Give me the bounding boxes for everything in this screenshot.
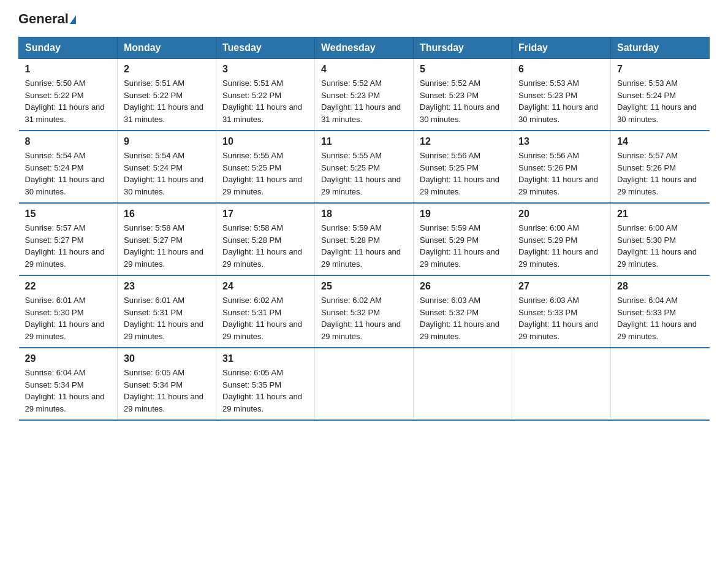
day-number: 13 — [518, 136, 604, 147]
day-of-week-header: Thursday — [414, 37, 512, 59]
day-number: 11 — [321, 136, 407, 147]
day-number: 1 — [25, 64, 112, 75]
day-info: Sunrise: 6:05 AMSunset: 5:35 PMDaylight:… — [222, 367, 308, 415]
day-info: Sunrise: 5:59 AMSunset: 5:28 PMDaylight:… — [321, 222, 407, 270]
day-number: 26 — [420, 281, 506, 292]
day-of-week-header: Friday — [512, 37, 611, 59]
day-number: 23 — [124, 281, 210, 292]
calendar-day-cell: 30 Sunrise: 6:05 AMSunset: 5:34 PMDaylig… — [118, 348, 216, 420]
calendar-day-cell: 23 Sunrise: 6:01 AMSunset: 5:31 PMDaylig… — [118, 275, 216, 348]
day-number: 18 — [321, 209, 407, 220]
day-info: Sunrise: 5:55 AMSunset: 5:25 PMDaylight:… — [321, 150, 407, 197]
day-number: 27 — [518, 281, 604, 292]
calendar-day-cell: 21 Sunrise: 6:00 AMSunset: 5:30 PMDaylig… — [611, 203, 710, 275]
day-number: 4 — [321, 64, 407, 75]
calendar-day-cell: 20 Sunrise: 6:00 AMSunset: 5:29 PMDaylig… — [512, 203, 611, 275]
day-of-week-header: Tuesday — [216, 37, 315, 59]
day-of-week-header: Wednesday — [315, 37, 414, 59]
calendar-week-row: 8 Sunrise: 5:54 AMSunset: 5:24 PMDayligh… — [19, 131, 710, 203]
day-info: Sunrise: 5:55 AMSunset: 5:25 PMDaylight:… — [222, 150, 308, 197]
calendar-day-cell: 11 Sunrise: 5:55 AMSunset: 5:25 PMDaylig… — [315, 131, 414, 203]
calendar-day-cell: 26 Sunrise: 6:03 AMSunset: 5:32 PMDaylig… — [414, 275, 512, 348]
calendar-day-cell: 7 Sunrise: 5:53 AMSunset: 5:24 PMDayligh… — [611, 59, 710, 131]
calendar-week-row: 29 Sunrise: 6:04 AMSunset: 5:34 PMDaylig… — [19, 348, 710, 420]
calendar-day-cell: 5 Sunrise: 5:52 AMSunset: 5:23 PMDayligh… — [414, 59, 512, 131]
day-info: Sunrise: 6:03 AMSunset: 5:33 PMDaylight:… — [518, 294, 604, 342]
calendar-day-cell: 29 Sunrise: 6:04 AMSunset: 5:34 PMDaylig… — [19, 348, 118, 420]
day-info: Sunrise: 5:54 AMSunset: 5:24 PMDaylight:… — [124, 150, 210, 197]
day-number: 16 — [124, 209, 210, 220]
calendar-day-cell: 19 Sunrise: 5:59 AMSunset: 5:29 PMDaylig… — [414, 203, 512, 275]
day-info: Sunrise: 5:50 AMSunset: 5:22 PMDaylight:… — [25, 77, 112, 125]
calendar-day-cell: 4 Sunrise: 5:52 AMSunset: 5:23 PMDayligh… — [315, 59, 414, 131]
day-number: 30 — [124, 353, 210, 364]
day-info: Sunrise: 5:57 AMSunset: 5:26 PMDaylight:… — [617, 150, 703, 197]
calendar-day-cell: 27 Sunrise: 6:03 AMSunset: 5:33 PMDaylig… — [512, 275, 611, 348]
calendar-day-cell: 1 Sunrise: 5:50 AMSunset: 5:22 PMDayligh… — [19, 59, 118, 131]
day-number: 2 — [124, 64, 210, 75]
day-info: Sunrise: 6:01 AMSunset: 5:31 PMDaylight:… — [124, 294, 210, 342]
day-info: Sunrise: 6:01 AMSunset: 5:30 PMDaylight:… — [25, 294, 112, 342]
calendar-day-cell: 12 Sunrise: 5:56 AMSunset: 5:25 PMDaylig… — [414, 131, 512, 203]
day-info: Sunrise: 5:53 AMSunset: 5:23 PMDaylight:… — [518, 77, 604, 125]
day-info: Sunrise: 5:58 AMSunset: 5:27 PMDaylight:… — [124, 222, 210, 270]
calendar-week-row: 22 Sunrise: 6:01 AMSunset: 5:30 PMDaylig… — [19, 275, 710, 348]
calendar-day-cell: 22 Sunrise: 6:01 AMSunset: 5:30 PMDaylig… — [19, 275, 118, 348]
day-number: 5 — [420, 64, 506, 75]
day-of-week-header: Monday — [118, 37, 216, 59]
calendar-day-cell: 18 Sunrise: 5:59 AMSunset: 5:28 PMDaylig… — [315, 203, 414, 275]
calendar-day-cell: 8 Sunrise: 5:54 AMSunset: 5:24 PMDayligh… — [19, 131, 118, 203]
calendar-header-row: SundayMondayTuesdayWednesdayThursdayFrid… — [19, 37, 710, 59]
calendar-day-cell: 3 Sunrise: 5:51 AMSunset: 5:22 PMDayligh… — [216, 59, 315, 131]
day-info: Sunrise: 6:05 AMSunset: 5:34 PMDaylight:… — [124, 367, 210, 415]
day-number: 6 — [518, 64, 604, 75]
calendar-day-cell: 24 Sunrise: 6:02 AMSunset: 5:31 PMDaylig… — [216, 275, 315, 348]
day-info: Sunrise: 6:00 AMSunset: 5:30 PMDaylight:… — [617, 222, 703, 270]
calendar-day-cell: 25 Sunrise: 6:02 AMSunset: 5:32 PMDaylig… — [315, 275, 414, 348]
day-info: Sunrise: 5:56 AMSunset: 5:26 PMDaylight:… — [518, 150, 604, 197]
day-info: Sunrise: 6:02 AMSunset: 5:31 PMDaylight:… — [222, 294, 308, 342]
day-info: Sunrise: 5:52 AMSunset: 5:23 PMDaylight:… — [420, 77, 506, 125]
calendar-day-cell: 15 Sunrise: 5:57 AMSunset: 5:27 PMDaylig… — [19, 203, 118, 275]
calendar-day-cell: 17 Sunrise: 5:58 AMSunset: 5:28 PMDaylig… — [216, 203, 315, 275]
calendar-day-cell: 13 Sunrise: 5:56 AMSunset: 5:26 PMDaylig… — [512, 131, 611, 203]
day-number: 25 — [321, 281, 407, 292]
calendar-day-cell — [414, 348, 512, 420]
day-number: 21 — [617, 209, 703, 220]
logo-arrow-icon — [70, 15, 76, 24]
calendar-day-cell: 16 Sunrise: 5:58 AMSunset: 5:27 PMDaylig… — [118, 203, 216, 275]
day-info: Sunrise: 5:52 AMSunset: 5:23 PMDaylight:… — [321, 77, 407, 125]
day-number: 22 — [25, 281, 112, 292]
day-info: Sunrise: 5:57 AMSunset: 5:27 PMDaylight:… — [25, 222, 112, 270]
day-number: 9 — [124, 136, 210, 147]
calendar-day-cell: 14 Sunrise: 5:57 AMSunset: 5:26 PMDaylig… — [611, 131, 710, 203]
page-header: General — [18, 12, 710, 26]
day-number: 8 — [25, 136, 112, 147]
day-info: Sunrise: 5:53 AMSunset: 5:24 PMDaylight:… — [617, 77, 703, 125]
day-info: Sunrise: 6:03 AMSunset: 5:32 PMDaylight:… — [420, 294, 506, 342]
day-number: 12 — [420, 136, 506, 147]
day-info: Sunrise: 5:51 AMSunset: 5:22 PMDaylight:… — [222, 77, 308, 125]
day-of-week-header: Sunday — [19, 37, 118, 59]
day-number: 28 — [617, 281, 703, 292]
day-info: Sunrise: 5:51 AMSunset: 5:22 PMDaylight:… — [124, 77, 210, 125]
calendar-table: SundayMondayTuesdayWednesdayThursdayFrid… — [18, 37, 710, 421]
logo-general: General — [18, 12, 76, 26]
day-number: 3 — [222, 64, 308, 75]
day-info: Sunrise: 6:02 AMSunset: 5:32 PMDaylight:… — [321, 294, 407, 342]
day-info: Sunrise: 6:04 AMSunset: 5:34 PMDaylight:… — [25, 367, 112, 415]
day-number: 29 — [25, 353, 112, 364]
calendar-day-cell: 31 Sunrise: 6:05 AMSunset: 5:35 PMDaylig… — [216, 348, 315, 420]
day-info: Sunrise: 6:04 AMSunset: 5:33 PMDaylight:… — [617, 294, 703, 342]
day-info: Sunrise: 5:58 AMSunset: 5:28 PMDaylight:… — [222, 222, 308, 270]
day-number: 19 — [420, 209, 506, 220]
day-number: 7 — [617, 64, 703, 75]
calendar-day-cell — [611, 348, 710, 420]
calendar-week-row: 1 Sunrise: 5:50 AMSunset: 5:22 PMDayligh… — [19, 59, 710, 131]
day-info: Sunrise: 5:54 AMSunset: 5:24 PMDaylight:… — [25, 150, 112, 197]
day-number: 10 — [222, 136, 308, 147]
day-of-week-header: Saturday — [611, 37, 710, 59]
day-info: Sunrise: 5:59 AMSunset: 5:29 PMDaylight:… — [420, 222, 506, 270]
day-number: 17 — [222, 209, 308, 220]
calendar-week-row: 15 Sunrise: 5:57 AMSunset: 5:27 PMDaylig… — [19, 203, 710, 275]
